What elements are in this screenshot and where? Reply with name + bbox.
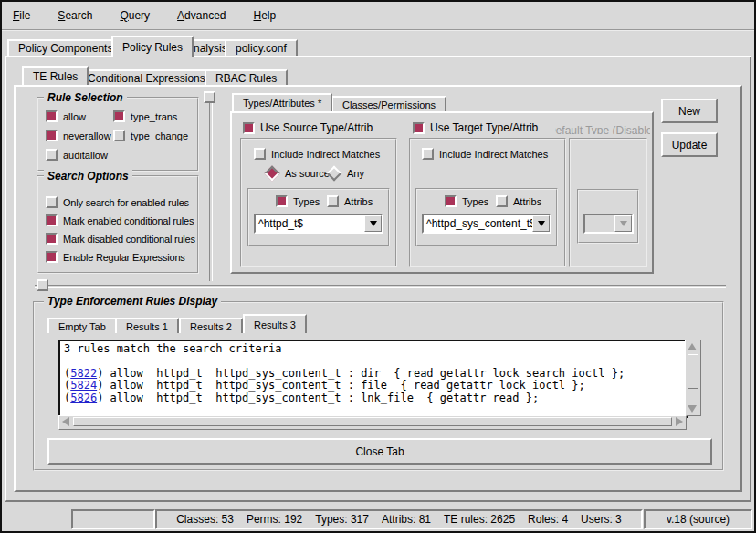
checkbox-indicator	[496, 195, 508, 207]
checkbox-source-types[interactable]: Types	[276, 195, 320, 207]
tab-classes-permissions[interactable]: Classes/Permissions	[331, 96, 446, 111]
scroll-right-icon[interactable]	[674, 417, 685, 426]
rule-number-link[interactable]: 5824	[70, 379, 97, 392]
stat-roles: Roles: 4	[528, 513, 568, 526]
radio-any[interactable]: Any	[327, 168, 364, 179]
stat-types: Types: 317	[315, 513, 369, 526]
combobox-dropdown-button[interactable]	[532, 215, 550, 232]
status-version-field: v.18 (source)	[644, 509, 752, 529]
checkbox-indicator	[254, 148, 266, 160]
policy-version: v.18 (source)	[667, 513, 730, 526]
tab-results-1[interactable]: Results 1	[115, 318, 179, 333]
checkbox-indicator	[46, 214, 58, 226]
checkbox-mark-enabled-conditional[interactable]: Mark enabled conditional rules	[46, 214, 194, 226]
checkbox-neverallow[interactable]: neverallow	[46, 130, 111, 141]
radio-indicator	[265, 166, 280, 182]
source-type-value: ^httpd_t$	[256, 215, 364, 232]
radio-as-source[interactable]: As source	[265, 168, 330, 179]
default-type-combobox	[583, 214, 634, 234]
rule-number-link[interactable]: 5826	[70, 392, 97, 404]
tab-rbac-rules[interactable]: RBAC Rules	[205, 69, 288, 85]
tab-te-rules[interactable]: TE Rules	[22, 66, 89, 85]
checkbox-target-types[interactable]: Types	[445, 195, 488, 207]
rule-line: (5824) allow httpd_t httpd_sys_content_t…	[64, 380, 683, 392]
default-type-label-clip: Default Type (Disabled)	[555, 121, 650, 134]
checkbox-indicator	[445, 195, 457, 207]
checkbox-target-indirect[interactable]: Include Indirect Matches	[422, 148, 548, 160]
checkbox-type-change[interactable]: type_change	[113, 130, 188, 141]
horizontal-scrollbar-thumb[interactable]	[73, 417, 672, 426]
menu-advanced[interactable]: Advanced	[173, 7, 229, 24]
dropdown-arrow-icon	[370, 221, 377, 226]
menu-file[interactable]: File	[9, 7, 34, 24]
checkbox-use-target-type[interactable]: Use Target Type/Attrib	[413, 121, 538, 134]
rule-line: (5826) allow httpd_t httpd_sys_content_t…	[64, 392, 683, 404]
vertical-sash[interactable]	[209, 91, 213, 281]
source-type-combobox[interactable]: ^httpd_t$	[254, 214, 383, 234]
tab-policy-rules[interactable]: Policy Rules	[111, 36, 194, 57]
target-type-value: ^httpd_sys_content_t$	[424, 215, 532, 232]
checkbox-allow[interactable]: allow	[46, 110, 86, 122]
checkbox-indicator	[46, 251, 58, 263]
menubar: File Search Query Advanced Help	[2, 2, 756, 31]
checkbox-type-trans[interactable]: type_trans	[113, 110, 177, 122]
scroll-down-icon[interactable]	[687, 403, 698, 414]
results-horizontal-scrollbar[interactable]	[58, 415, 687, 430]
checkbox-only-enabled-rules[interactable]: Only search for enabled rules	[46, 196, 189, 208]
search-options-title: Search Options	[44, 170, 132, 183]
checkbox-target-attribs[interactable]: Attribs	[496, 195, 541, 207]
checkbox-indicator	[327, 195, 339, 207]
rule-selection-title: Rule Selection	[44, 91, 127, 104]
default-type-value	[585, 215, 614, 232]
results-text-area[interactable]: 3 rules match the search criteria (5822)…	[58, 340, 688, 418]
rule-number-link[interactable]: 5822	[70, 367, 97, 380]
checkbox-indicator	[276, 195, 288, 207]
stat-attribs: Attribs: 81	[382, 513, 431, 526]
close-tab-button[interactable]: Close Tab	[47, 438, 712, 465]
tab-policy-conf[interactable]: policy.conf	[225, 39, 298, 56]
checkbox-indicator	[413, 122, 425, 134]
checkbox-enable-regex[interactable]: Enable Regular Expressions	[46, 251, 185, 263]
vertical-sash-handle[interactable]	[204, 91, 215, 103]
checkbox-mark-disabled-conditional[interactable]: Mark disabled conditional rules	[46, 233, 195, 245]
stat-perms: Perms: 192	[247, 513, 302, 526]
apol-window: File Search Query Advanced Help Policy C…	[0, 0, 756, 533]
rule-line: (5822) allow httpd_t httpd_sys_content_t…	[64, 368, 683, 380]
horizontal-sash[interactable]	[35, 285, 726, 288]
checkbox-indicator	[46, 149, 58, 161]
checkbox-source-indirect[interactable]: Include Indirect Matches	[254, 148, 380, 160]
status-stats-field: Classes: 53 Perms: 192 Types: 317 Attrib…	[155, 509, 643, 529]
checkbox-source-attribs[interactable]: Attribs	[327, 195, 373, 207]
tab-results-2[interactable]: Results 2	[179, 318, 243, 333]
scroll-left-icon[interactable]	[60, 417, 71, 426]
tab-types-attributes[interactable]: Types/Attributes *	[232, 93, 332, 111]
menu-search[interactable]: Search	[54, 7, 96, 24]
checkbox-indicator	[422, 148, 434, 160]
rules-display-title: Type Enforcement Rules Display	[44, 295, 221, 308]
checkbox-indicator	[46, 130, 58, 141]
update-button[interactable]: Update	[661, 132, 718, 157]
horizontal-sash-handle[interactable]	[37, 279, 48, 291]
vertical-scrollbar-thumb[interactable]	[688, 354, 698, 389]
combobox-dropdown-button[interactable]	[364, 215, 382, 232]
tab-results-3[interactable]: Results 3	[243, 314, 307, 333]
checkbox-use-source-type[interactable]: Use Source Type/Attrib	[243, 121, 373, 134]
tab-conditional-expressions[interactable]: Conditional Expressions	[77, 69, 216, 85]
target-type-combobox[interactable]: ^httpd_sys_content_t$	[422, 214, 551, 234]
results-vertical-scrollbar[interactable]	[685, 340, 701, 416]
default-type-label: Default Type (Disabled)	[555, 124, 650, 134]
scroll-up-icon[interactable]	[687, 341, 698, 352]
checkbox-indicator	[243, 122, 255, 134]
checkbox-indicator	[113, 110, 125, 122]
stat-classes: Classes: 53	[176, 513, 234, 526]
combobox-dropdown-button	[614, 215, 632, 232]
dropdown-arrow-icon	[620, 221, 627, 226]
menu-query[interactable]: Query	[116, 7, 153, 24]
checkbox-indicator	[46, 110, 58, 122]
tab-policy-components[interactable]: Policy Components	[7, 39, 123, 56]
tab-empty-tab[interactable]: Empty Tab	[47, 318, 117, 333]
menu-help[interactable]: Help	[249, 7, 279, 24]
checkbox-auditallow[interactable]: auditallow	[46, 149, 108, 161]
results-summary: 3 rules match the search criteria	[64, 343, 683, 355]
new-button[interactable]: New	[661, 99, 718, 123]
